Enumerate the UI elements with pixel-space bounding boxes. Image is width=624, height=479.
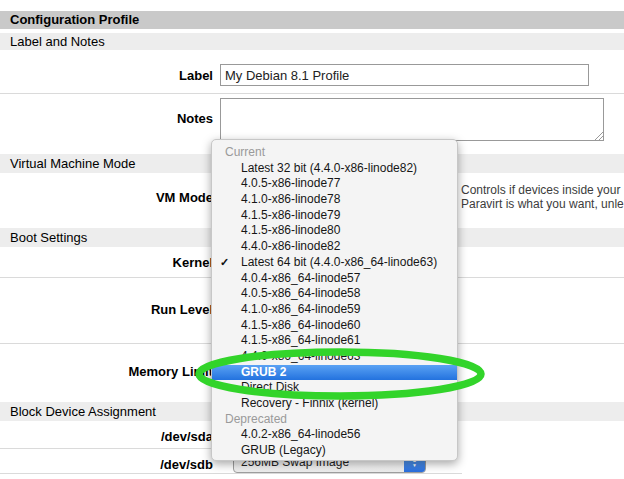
notes-field-label: Notes — [0, 111, 213, 126]
configuration-profile-page: Configuration Profile Label and Notes La… — [0, 0, 624, 479]
page-title: Configuration Profile — [0, 11, 624, 29]
kernel-menu-item-label: 4.1.5-x86-linode80 — [241, 223, 340, 237]
kernel-menu-item[interactable]: GRUB 2 — [212, 365, 457, 381]
dev-sdb-label: /dev/sdb — [0, 457, 213, 472]
kernel-menu-item-label: 4.1.5-x86_64-linode61 — [241, 333, 360, 347]
kernel-menu-item[interactable]: 4.1.5-x86-linode79 — [212, 208, 457, 224]
kernel-menu-item[interactable]: 4.4.0-x86_64-linode63 — [212, 349, 457, 365]
kernel-menu-item-label: 4.1.5-x86-linode79 — [241, 208, 340, 222]
kernel-menu-group-label: Current — [212, 145, 457, 161]
kernel-menu-item[interactable]: Direct Disk — [212, 380, 457, 396]
divider — [0, 473, 462, 474]
kernel-menu-item[interactable]: ✓Latest 64 bit (4.4.0-x86_64-linode63) — [212, 255, 457, 271]
kernel-menu-item-label: Current — [225, 145, 265, 159]
kernel-menu-item-label: Latest 64 bit (4.4.0-x86_64-linode63) — [241, 255, 437, 269]
kernel-menu-item[interactable]: 4.1.5-x86-linode80 — [212, 223, 457, 239]
kernel-menu-item-label: 4.1.5-x86_64-linode60 — [241, 318, 360, 332]
section-header-label-and-notes: Label and Notes — [0, 33, 624, 50]
kernel-menu-item[interactable]: 4.1.5-x86_64-linode61 — [212, 333, 457, 349]
kernel-menu-item-label: 4.0.5-x86_64-linode58 — [241, 286, 360, 300]
vm-mode-help-line1: Controls if devices inside your — [461, 183, 624, 197]
vm-mode-help-line2: Paravirt is what you want, unle — [461, 197, 624, 211]
kernel-menu-item-label: 4.4.0-x86_64-linode63 — [241, 349, 360, 363]
kernel-menu-item-label: Deprecated — [225, 412, 287, 426]
kernel-menu-item-label: Recovery - Finnix (kernel) — [241, 396, 378, 410]
vm-mode-label: VM Mode — [0, 190, 213, 205]
kernel-menu-item[interactable]: 4.1.0-x86-linode78 — [212, 192, 457, 208]
kernel-menu-item[interactable]: 4.0.5-x86-linode77 — [212, 176, 457, 192]
kernel-menu-item[interactable]: 4.1.5-x86_64-linode60 — [212, 318, 457, 334]
label-input[interactable] — [220, 64, 589, 86]
chevron-down-icon: ▼ — [412, 463, 417, 468]
kernel-menu-item-label: 4.0.4-x86_64-linode57 — [241, 271, 360, 285]
kernel-menu-item-label: GRUB 2 — [241, 365, 286, 379]
run-level-label: Run Level — [0, 302, 213, 317]
kernel-menu-item-label: 4.0.2-x86_64-linode56 — [241, 427, 360, 441]
kernel-menu-item-label: 4.1.0-x86-linode78 — [241, 192, 340, 206]
kernel-menu-item[interactable]: 4.1.0-x86_64-linode59 — [212, 302, 457, 318]
kernel-label: Kernel — [0, 255, 213, 270]
kernel-menu-item[interactable]: 4.4.0-x86-linode82 — [212, 239, 457, 255]
label-field-label: Label — [0, 68, 213, 83]
memory-limit-label: Memory Limit — [0, 364, 213, 379]
kernel-menu: CurrentLatest 32 bit (4.4.0-x86-linode82… — [211, 139, 458, 461]
notes-textarea[interactable] — [220, 98, 604, 141]
kernel-menu-item-label: Latest 32 bit (4.4.0-x86-linode82) — [241, 161, 417, 175]
checkmark-icon: ✓ — [220, 255, 229, 271]
kernel-menu-group-label: Deprecated — [212, 412, 457, 428]
kernel-menu-item-label: 4.0.5-x86-linode77 — [241, 176, 340, 190]
kernel-menu-item[interactable]: Latest 32 bit (4.4.0-x86-linode82) — [212, 161, 457, 177]
kernel-menu-item-label: GRUB (Legacy) — [241, 443, 326, 457]
kernel-menu-item-label: 4.4.0-x86-linode82 — [241, 239, 340, 253]
vm-mode-help-text: Controls if devices inside your Paravirt… — [461, 183, 624, 211]
dev-sda-label: /dev/sda — [0, 429, 213, 444]
kernel-menu-item-label: 4.1.0-x86_64-linode59 — [241, 302, 360, 316]
kernel-menu-item[interactable]: 4.0.2-x86_64-linode56 — [212, 427, 457, 443]
kernel-menu-item-label: Direct Disk — [241, 380, 299, 394]
divider — [0, 93, 624, 94]
kernel-menu-item[interactable]: 4.0.4-x86_64-linode57 — [212, 271, 457, 287]
kernel-menu-item[interactable]: 4.0.5-x86_64-linode58 — [212, 286, 457, 302]
kernel-menu-item[interactable]: GRUB (Legacy) — [212, 443, 457, 459]
kernel-menu-item[interactable]: Recovery - Finnix (kernel) — [212, 396, 457, 412]
